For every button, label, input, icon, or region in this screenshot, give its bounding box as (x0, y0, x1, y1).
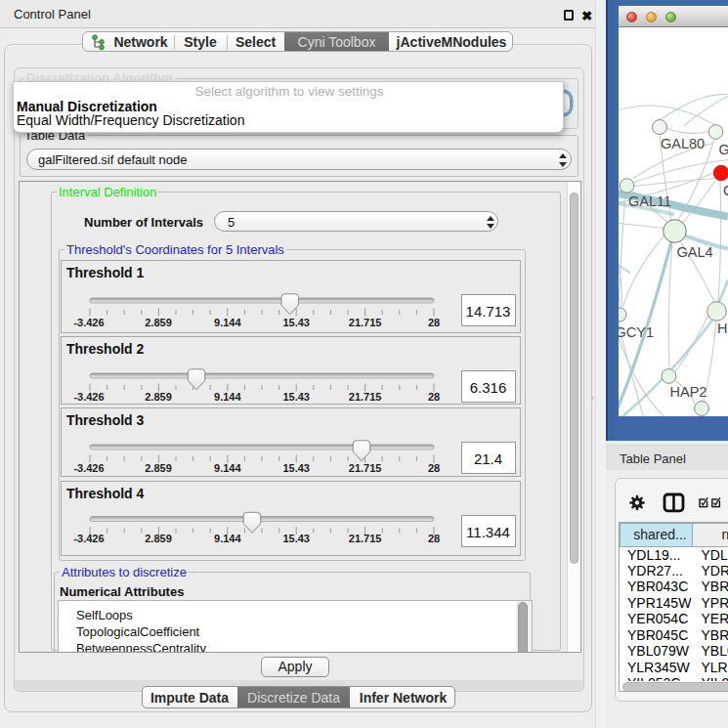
svg-text:15.43: 15.43 (282, 462, 310, 474)
svg-text:-3.426: -3.426 (73, 462, 104, 474)
svg-text:21.715: 21.715 (349, 391, 382, 403)
svg-text:2.859: 2.859 (145, 317, 172, 328)
svg-text:15.43: 15.43 (282, 317, 310, 328)
svg-text:28: 28 (428, 462, 440, 474)
svg-text:9.144: 9.144 (214, 533, 241, 544)
svg-text:28: 28 (428, 533, 440, 544)
svg-text:21.715: 21.715 (349, 462, 382, 474)
svg-text:GAL4: GAL4 (677, 244, 713, 260)
svg-text:H: H (717, 320, 727, 335)
svg-text:-3.426: -3.426 (73, 317, 104, 328)
svg-text:21.715: 21.715 (349, 317, 382, 328)
svg-text:15.43: 15.43 (282, 391, 310, 403)
svg-text:28: 28 (428, 391, 440, 403)
svg-text:28: 28 (428, 317, 440, 328)
svg-text:GCY1: GCY1 (619, 323, 654, 339)
svg-text:2.859: 2.859 (145, 533, 172, 544)
svg-text:2.859: 2.859 (145, 462, 172, 474)
svg-text:15.43: 15.43 (282, 533, 310, 544)
svg-text:GAL80: GAL80 (661, 136, 705, 151)
svg-text:-3.426: -3.426 (73, 533, 104, 544)
svg-text:9.144: 9.144 (214, 317, 241, 328)
svg-text:GAL11: GAL11 (628, 193, 671, 208)
svg-text:C: C (723, 182, 728, 197)
svg-text:9.144: 9.144 (214, 462, 241, 474)
svg-text:21.715: 21.715 (349, 533, 382, 544)
svg-text:HAP2: HAP2 (670, 383, 707, 399)
svg-text:9.144: 9.144 (214, 391, 241, 403)
svg-text:-3.426: -3.426 (73, 391, 104, 403)
svg-text:GA: GA (719, 141, 728, 156)
svg-text:2.859: 2.859 (145, 391, 172, 403)
